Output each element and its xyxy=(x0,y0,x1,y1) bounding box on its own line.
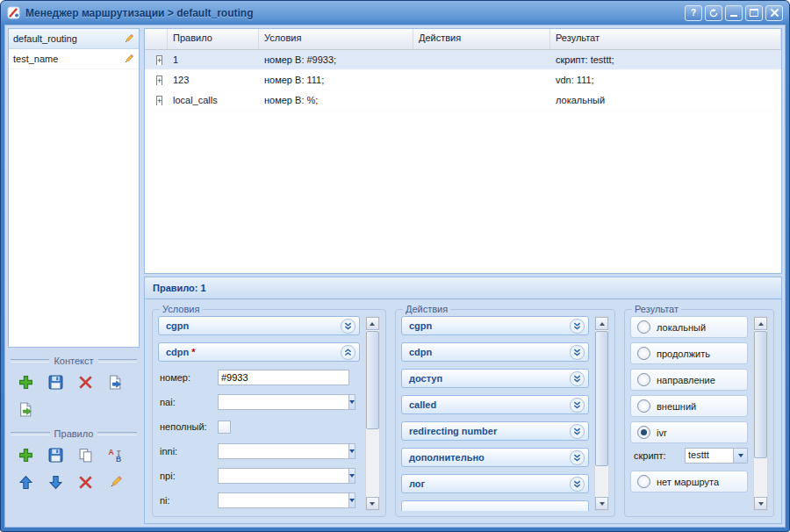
ni-label: ni: xyxy=(160,495,218,506)
radio-icon[interactable] xyxy=(637,399,650,413)
script-combo[interactable]: testtt xyxy=(685,448,748,464)
accordion-action[interactable]: дополнительно xyxy=(401,448,589,467)
result-option-selected[interactable]: ivr xyxy=(630,421,748,443)
add-context-button[interactable] xyxy=(15,371,37,393)
titlebar[interactable]: Менеджер маршрутизации > default_routing… xyxy=(1,1,789,25)
maximize-button[interactable] xyxy=(745,5,763,21)
nai-combo[interactable] xyxy=(218,394,320,410)
rule-row[interactable]: + 1 номер B: #9933; скрипт: testtt; xyxy=(145,50,781,70)
move-rule-up-button[interactable] xyxy=(15,471,37,493)
renumber-rule-button[interactable]: AB xyxy=(104,444,126,466)
accordion-action[interactable]: лог xyxy=(401,474,589,493)
scroll-thumb[interactable] xyxy=(366,331,379,429)
chevron-down-icon[interactable] xyxy=(570,345,585,360)
rule-detail-panel: Правило: 1 Условия cgpn xyxy=(144,277,782,524)
chevron-down-icon[interactable] xyxy=(570,371,585,386)
radio-icon[interactable] xyxy=(637,373,650,386)
radio-icon[interactable] xyxy=(637,475,650,488)
expand-row-icon[interactable]: + xyxy=(156,55,162,65)
scroll-down-icon[interactable] xyxy=(366,497,379,510)
result-option[interactable]: внешний xyxy=(630,395,748,417)
copy-icon xyxy=(78,448,93,463)
result-option[interactable]: направление xyxy=(630,369,748,391)
ni-combo[interactable] xyxy=(218,492,320,508)
accordion-action[interactable]: cdpn xyxy=(401,342,589,362)
conditions-scrollbar[interactable] xyxy=(365,316,380,511)
rule-detail-title: Правило: 1 xyxy=(145,277,781,299)
result-option[interactable]: продолжить xyxy=(630,342,748,364)
accordion-action[interactable]: cgpn xyxy=(401,316,589,335)
scroll-down-icon[interactable] xyxy=(754,497,767,510)
combo-arrow-icon[interactable] xyxy=(348,443,356,459)
sidebar: default_routing test_name Контекст xyxy=(8,28,140,524)
accordion-action[interactable]: redirecting number xyxy=(401,421,589,441)
window-body: default_routing test_name Контекст xyxy=(4,25,786,528)
radio-icon[interactable] xyxy=(637,320,650,334)
result-scrollbar[interactable] xyxy=(753,316,768,511)
delete-context-button[interactable] xyxy=(75,371,97,393)
incomplete-checkbox[interactable] xyxy=(218,421,231,434)
actions-scrollbar[interactable] xyxy=(594,316,609,511)
chevron-down-icon[interactable] xyxy=(341,319,356,334)
accordion-action-clipped[interactable] xyxy=(401,500,589,511)
expand-row-icon[interactable]: + xyxy=(156,96,162,105)
chevron-up-icon[interactable] xyxy=(341,345,356,360)
column-header-conditions[interactable]: Условия xyxy=(259,29,413,49)
conditions-legend: Условия xyxy=(160,304,202,314)
delete-rule-button[interactable] xyxy=(75,471,97,493)
edit-context-icon[interactable] xyxy=(123,33,134,45)
accordion-cgpn[interactable]: cgpn xyxy=(158,316,360,335)
help-button[interactable]: ? xyxy=(685,5,702,21)
context-item[interactable]: default_routing xyxy=(9,29,139,49)
number-input[interactable] xyxy=(218,370,349,385)
script-value[interactable]: testtt xyxy=(685,448,733,464)
accordion-action[interactable]: called xyxy=(401,395,589,414)
refresh-button[interactable] xyxy=(705,5,722,21)
npi-combo[interactable] xyxy=(218,468,320,484)
column-header-result[interactable]: Результат xyxy=(550,29,781,49)
scroll-down-icon[interactable] xyxy=(595,497,608,510)
chevron-down-icon[interactable] xyxy=(570,450,585,465)
scroll-thumb[interactable] xyxy=(595,331,608,466)
add-rule-button[interactable] xyxy=(15,444,37,466)
rule-detail-body: Условия cgpn cdpn* xyxy=(145,299,781,523)
radio-selected-icon[interactable] xyxy=(637,426,650,439)
column-header-actions[interactable]: Действия xyxy=(413,29,550,49)
expand-row-icon[interactable]: + xyxy=(156,75,162,85)
chevron-down-icon[interactable] xyxy=(570,424,585,439)
combo-arrow-icon[interactable] xyxy=(348,492,356,508)
save-context-button[interactable] xyxy=(45,371,67,393)
combo-arrow-icon[interactable] xyxy=(733,448,748,464)
inni-combo[interactable] xyxy=(218,443,320,459)
arrow-down-icon xyxy=(48,475,63,490)
accordion-cdpn[interactable]: cdpn* xyxy=(158,342,360,362)
copy-rule-button[interactable] xyxy=(75,444,97,466)
scroll-up-icon[interactable] xyxy=(595,317,608,330)
rule-row[interactable]: + local_calls номер B: %; локальный xyxy=(145,90,781,111)
result-option[interactable]: локальный xyxy=(630,316,748,338)
accordion-action[interactable]: доступ xyxy=(401,369,589,388)
scroll-up-icon[interactable] xyxy=(366,317,379,330)
minimize-button[interactable] xyxy=(725,5,743,21)
save-rule-button[interactable] xyxy=(45,444,67,466)
add-icon xyxy=(18,375,33,390)
move-rule-down-button[interactable] xyxy=(45,471,67,493)
combo-arrow-icon[interactable] xyxy=(348,468,356,484)
scroll-thumb[interactable] xyxy=(754,331,767,458)
result-option[interactable]: нет маршрута xyxy=(630,471,748,492)
column-header-rule[interactable]: Правило xyxy=(168,29,259,49)
context-item[interactable]: test_name xyxy=(9,49,139,69)
chevron-down-icon[interactable] xyxy=(570,398,585,413)
close-button[interactable] xyxy=(765,5,783,21)
rule-row[interactable]: + 123 номер B: 111; vdn: 111; xyxy=(145,70,781,90)
combo-arrow-icon[interactable] xyxy=(348,394,356,410)
scroll-up-icon[interactable] xyxy=(754,317,767,330)
sidebar-toolbars: Контекст xyxy=(8,349,140,495)
edit-context-icon[interactable] xyxy=(123,54,134,65)
chevron-down-icon[interactable] xyxy=(570,319,585,334)
import-context-button[interactable] xyxy=(15,399,37,421)
export-context-button[interactable] xyxy=(104,371,126,393)
radio-icon[interactable] xyxy=(637,347,650,360)
chevron-down-icon[interactable] xyxy=(570,477,585,492)
edit-rule-button[interactable] xyxy=(104,471,126,493)
